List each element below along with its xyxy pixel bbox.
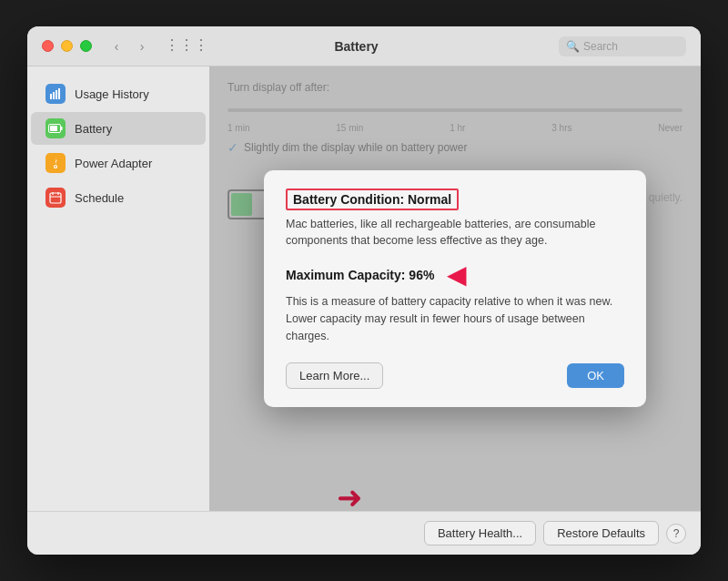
sidebar-label-battery: Battery [75,122,112,136]
ok-button[interactable]: OK [567,363,624,388]
svg-rect-8 [50,193,61,203]
main-content: Usage History Battery Power Adapter [27,66,701,511]
back-button[interactable]: ‹ [106,36,126,56]
condition-title: Battery Condition: Normal [286,189,459,210]
svg-rect-2 [56,90,57,99]
power-adapter-icon [46,153,66,173]
svg-point-7 [55,166,57,168]
traffic-lights [42,40,92,52]
bottom-bar: Battery Health... Restore Defaults ? [27,511,701,555]
capacity-row: Maximum Capacity: 96% ◀ [286,262,624,288]
usage-history-icon [46,84,66,104]
sidebar-item-usage-history[interactable]: Usage History [31,77,206,110]
main-window: ‹ › ⋮⋮⋮ Battery 🔍 Search Usage History [27,26,701,555]
modal-footer: Learn More... OK [286,362,624,389]
learn-more-button[interactable]: Learn More... [286,362,383,389]
search-box[interactable]: 🔍 Search [559,36,686,56]
battery-icon [46,118,66,138]
svg-rect-5 [61,127,63,130]
sidebar-item-battery[interactable]: Battery [31,112,206,145]
window-title: Battery [154,39,559,54]
close-button[interactable] [42,40,54,52]
schedule-icon [46,188,66,208]
right-panel: Turn display off after: 1 min 15 min 1 h… [209,66,701,511]
battery-health-button[interactable]: Battery Health... [424,521,536,545]
sidebar-label-schedule: Schedule [75,191,124,205]
sidebar-label-power-adapter: Power Adapter [75,157,152,170]
titlebar: ‹ › ⋮⋮⋮ Battery 🔍 Search [27,26,701,66]
svg-rect-3 [58,88,60,99]
svg-rect-6 [50,126,57,131]
restore-defaults-button[interactable]: Restore Defaults [543,521,659,545]
maximize-button[interactable] [80,40,92,52]
capacity-description: This is a measure of battery capacity re… [286,293,624,344]
search-icon: 🔍 [566,40,580,53]
sidebar-label-usage-history: Usage History [75,87,149,101]
search-placeholder: Search [583,40,618,53]
svg-rect-1 [53,92,55,99]
battery-condition-modal: Battery Condition: Normal Mac batteries,… [264,170,646,408]
condition-description: Mac batteries, like all rechargeable bat… [286,216,624,250]
svg-rect-0 [50,94,52,99]
sidebar-item-schedule[interactable]: Schedule [31,181,206,214]
capacity-arrow-icon: ◀ [447,262,467,288]
help-button[interactable]: ? [666,524,686,544]
minimize-button[interactable] [61,40,73,52]
forward-button[interactable]: › [132,36,152,56]
modal-overlay: Battery Condition: Normal Mac batteries,… [209,66,701,511]
sidebar: Usage History Battery Power Adapter [27,66,209,511]
sidebar-item-power-adapter[interactable]: Power Adapter [31,147,206,179]
capacity-title: Maximum Capacity: 96% [286,268,434,282]
